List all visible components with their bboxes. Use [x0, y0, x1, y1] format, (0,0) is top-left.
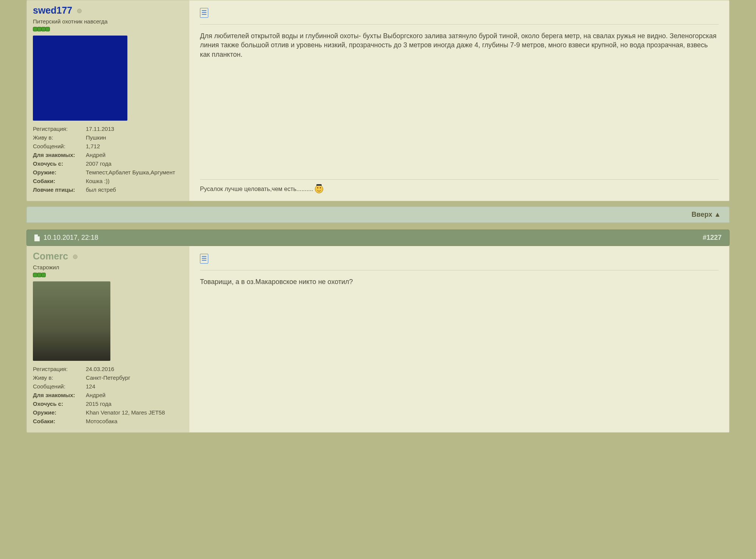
post-1: swed177 Питерский охотник навсегда Регис… — [26, 0, 730, 201]
user-panel: Comerc Старожил Регистрация:24.03.2016 Ж… — [27, 246, 189, 432]
avatar[interactable] — [33, 36, 127, 121]
username-link[interactable]: swed177 — [33, 5, 72, 16]
profile-registration: Регистрация:17.11.2013 — [33, 124, 183, 133]
status-offline-icon — [73, 255, 77, 259]
profile-registration: Регистрация:24.03.2016 — [33, 365, 183, 373]
divider — [200, 24, 719, 25]
profile-weapon: Оружие:Khan Venator 12, Mares JET58 — [33, 408, 183, 417]
rank-pips — [33, 272, 183, 278]
username: swed177 — [33, 5, 183, 16]
profile-friends: Для знакомых:Андрей — [33, 391, 183, 399]
post-message: Товарищи, а в оз.Макаровское никто не ох… — [200, 277, 719, 425]
status-offline-icon — [77, 9, 82, 13]
signature-divider — [200, 179, 719, 180]
laugh-emoji-icon — [315, 185, 323, 193]
profile-hunting-birds: Ловчие птицы:был ястреб — [33, 185, 183, 194]
post-header: 10.10.2017, 22:18 #1227 — [26, 230, 730, 246]
post-message: Для любителей открытой воды и глубинной … — [200, 31, 719, 164]
signature-text: Русалок лучше целовать,чем есть.........… — [200, 186, 313, 193]
avatar[interactable] — [33, 281, 110, 361]
divider — [200, 270, 719, 270]
signature: Русалок лучше целовать,чем есть.........… — [200, 185, 719, 193]
profile-friends: Для знакомых:Андрей — [33, 151, 183, 159]
user-panel: swed177 Питерский охотник навсегда Регис… — [27, 0, 189, 201]
post-type-icon — [200, 254, 719, 265]
profile-weapon: Оружие:Темпест,Арбалет Бушка,Аргумент — [33, 168, 183, 177]
profile-dogs: Собаки:Кошка :)) — [33, 177, 183, 185]
post-sheet-icon — [34, 234, 40, 241]
post-content: Для любителей открытой воды и глубинной … — [189, 0, 729, 201]
back-to-top-link[interactable]: Вверх ▲ — [692, 211, 721, 218]
post-content: Товарищи, а в оз.Макаровское никто не ох… — [189, 246, 729, 432]
profile-dogs: Собаки:Мотособака — [33, 417, 183, 425]
post-number-link[interactable]: #1227 — [703, 234, 722, 242]
profile-location: Живу в:Пушкин — [33, 133, 183, 142]
post-datetime: 10.10.2017, 22:18 — [43, 234, 98, 242]
rank-pips — [33, 26, 183, 33]
profile-hunting-since: Охочусь с:2015 года — [33, 399, 183, 408]
user-title: Старожил — [33, 264, 183, 270]
username: Comerc — [33, 251, 183, 262]
post-2: Comerc Старожил Регистрация:24.03.2016 Ж… — [26, 246, 730, 433]
profile-posts: Сообщений:124 — [33, 382, 183, 391]
back-to-top-bar: Вверх ▲ — [26, 207, 730, 223]
profile-posts: Сообщений:1,712 — [33, 142, 183, 151]
user-title: Питерский охотник навсегда — [33, 18, 183, 25]
post-type-icon — [200, 8, 719, 19]
profile-hunting-since: Охочусь с:2007 года — [33, 159, 183, 168]
username-link[interactable]: Comerc — [33, 251, 68, 261]
profile-location: Живу в:Санкт-Петербург — [33, 373, 183, 382]
